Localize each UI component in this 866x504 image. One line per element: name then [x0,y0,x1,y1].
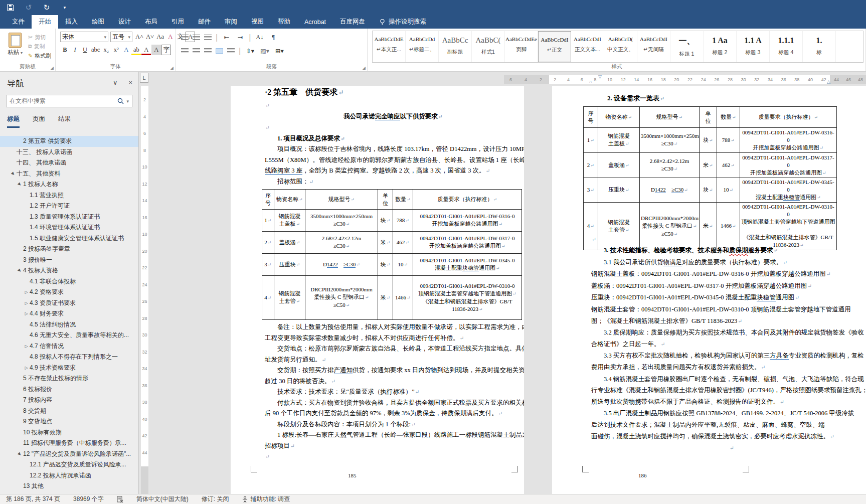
font-dialog-launcher-icon[interactable]: ◢ [170,66,174,70]
paragraph[interactable]: 1. 项目概况及总体要求↵ [265,133,522,144]
table-cell[interactable]: 2.68×2.42×2.12m≥C30↵ [305,232,378,254]
table-cell[interactable]: 3↵ [262,254,274,276]
nav-heading-item[interactable]: 十三、 投标人承诺函 [0,147,139,158]
table-cell[interactable]: 00942DT01-GI001-A01#EPL-DW-0310-0顶钢筋混凝土套… [413,276,522,320]
nav-options-chevron-icon[interactable]: ∨ [113,79,118,86]
style-item-标题2[interactable]: 1 Aa标题 2 [704,31,737,62]
table-cell[interactable]: 米↵ [378,276,393,320]
bullets-icon[interactable] [181,35,189,40]
nav-tab-标题[interactable]: 标题 [7,115,20,128]
paragraph[interactable]: 3.1 我公司承诺所供货物满足对应的质量要求（执行标准）要求。↵ [591,257,866,269]
ribbon-tab-百度网盘[interactable]: 百度网盘 [333,15,372,29]
language-status[interactable]: 简体中文(中国大陆) [136,495,189,503]
multilevel-list-icon[interactable] [204,35,212,40]
table-cell[interactable]: 3500mm×1000mm×250mm≥C30↵ [640,128,700,153]
first-line-indent-marker[interactable]: ▽ [598,74,602,79]
right-indent-marker[interactable]: △ [827,79,830,84]
paragraph[interactable]: 后达到技术文件要求；混凝土制品内外应平整,无裂痕、粘皮、麻面、蜂窝、空鼓、端 [591,419,866,431]
search-dropdown-icon[interactable]: ▾ [126,99,129,104]
grow-font-icon[interactable]: A˄ [134,32,144,42]
proofing-status[interactable] [117,496,123,502]
ribbon-tab-邮件[interactable]: 邮件 [191,15,218,29]
table-cell[interactable]: 米↵ [700,153,717,178]
style-item-正文文本[interactable]: AaBbCcDdI正文文本... [571,31,604,62]
table-cell[interactable]: 钢筋混凝土盖板↵ [274,210,305,232]
italic-icon[interactable]: I [70,45,80,55]
nav-tab-结果[interactable]: 结果 [58,115,71,128]
ribbon-tab-开始[interactable]: 开始 [32,15,58,29]
table-header-cell[interactable]: 物资名称↵ [598,107,640,128]
table-cell[interactable]: 788↵ [393,210,413,232]
paragraph[interactable]: 费用由卖方承担，若出现质量问题买方有权退货并索赔损失。↵ [591,362,866,374]
table-cell[interactable]: 米↵ [378,232,393,254]
copy-button[interactable]: ⧉复制 [28,43,45,50]
paste-caret-icon[interactable]: ▾ [21,51,23,55]
paragraph[interactable]: 行专业标准《混凝土和钢筋混凝土排水管用橡胶密封圈》(JC/T946)，严格按照图… [591,385,866,396]
style-item-中文正文、[interactable]: AaBbCcD(中文正文、 [604,31,637,62]
paragraph[interactable]: 1 标段:长春—石家庄天然气管道工程（长岭—张家口段）线路施工一标段钢筋混凝土制… [265,430,522,441]
tree-toggle-icon[interactable]: ▷ [23,366,30,370]
style-item-标题3[interactable]: 1.1 A标题 3 [737,31,770,62]
save-icon[interactable] [5,2,16,13]
ribbon-tab-帮助[interactable]: 帮助 [271,15,297,29]
font-name-combobox[interactable]: 宋体▾ [60,32,108,42]
nav-heading-item[interactable]: 6 投标报价 [0,384,139,395]
paragraph[interactable]: ·2 第五章 供货要求↵ [265,86,522,100]
nav-heading-item[interactable]: 5 不存在禁止投标的情形 [0,373,139,384]
paragraph[interactable]: 超过 30 日的将被否决。↵ [265,376,522,387]
nav-heading-item[interactable]: ▷4.7 信誉情况 [0,341,139,352]
borders-icon[interactable]: ⊞▾ [274,46,285,56]
style-item-本文正[interactable]: AaBbCcDdE↵本文正... [373,31,406,62]
tree-toggle-icon[interactable]: ▷ [23,344,30,349]
paragraph[interactable]: ↵ [265,122,522,133]
paragraph[interactable]: ↵ [591,234,866,245]
style-item-副标题[interactable]: AaBbCc副标题 [439,31,472,62]
distribute-icon[interactable] [227,48,235,54]
table-cell[interactable]: 1466↵ [393,276,413,320]
style-item-标题4[interactable]: 1.1.1标题 4 [770,31,803,62]
bold-icon[interactable]: B [60,45,70,55]
paragraph[interactable]: 付款方式：买方在物资到货并验收合格，且卖方提供全额国家正式税票及买方要求的相关材… [265,398,522,409]
table-header-cell[interactable]: 序号 [584,107,598,128]
table-header-cell[interactable]: 单位 [378,190,393,210]
table-cell[interactable]: 788↵ [717,128,740,153]
character-shading-icon[interactable]: A [151,45,161,55]
paragraph[interactable]: 所送每批次货物携带包括不限于产品合格证、检测报告的证明文件。↵ [591,396,866,408]
paragraph[interactable]: 3.4 钢筋混凝土套管用橡胶圈出厂时逐个检查，无有制裂、破损、气泡、大飞边等缺陷… [591,374,866,385]
nav-tab-页面[interactable]: 页面 [33,115,45,128]
ribbon-tab-绘图[interactable]: 绘图 [85,15,111,29]
paragraph[interactable]: 备注：以上数量为预估使用量，招标人对实际使用数量不做承诺，以实际工程需求为准，由… [265,322,522,333]
superscript-icon[interactable]: x² [111,45,121,55]
table-cell[interactable]: 4↵ [262,276,274,320]
nav-heading-item[interactable]: 十四、 其他承诺函 [0,157,139,169]
paragraph[interactable]: 面碰伤，混凝土浇筑时应搅拌均匀，确保混凝土浇筑密实，必要时应考虑水泥抗冻性。↵ [591,431,866,443]
table-cell[interactable]: 压重块↵ [598,178,640,203]
ribbon-tab-引用[interactable]: 引用 [164,15,191,29]
tree-toggle-icon[interactable]: ▷ [23,290,30,294]
paragraph[interactable]: 后 90 个工作日内支付至货款总金额的 97%，剩余 3%为质保金，待质保期满后… [265,408,522,419]
nav-heading-item[interactable]: ▷4.2 资格要求 [0,287,139,298]
table-cell[interactable]: D1422 ≥C30↵ [305,254,378,276]
sort-icon[interactable]: A↓ [255,32,264,43]
redo-icon[interactable]: ↻ [41,2,52,13]
nav-heading-item[interactable]: 3 报价唯一 [0,255,139,266]
paragraph[interactable]: 交货期：按照买方排产通知供货，按通知要求 xx 日内货物到达到现场，并及时提交相… [265,365,522,376]
style-item-标[interactable]: 1.标 [803,31,836,62]
goods-table[interactable]: 序号物资名称↵规格型号↵单位数量↵质量要求（执行标准）↵1↵钢筋混凝土盖板↵35… [262,189,522,320]
paragraph[interactable]: ↵ [265,451,522,462]
show-marks-icon[interactable]: ¶ [269,32,278,43]
table-cell[interactable]: 块↵ [700,178,717,203]
table-header-cell[interactable]: 规格型号↵ [305,190,378,210]
nav-heading-item[interactable]: 13 其他 [0,481,139,492]
nav-heading-item[interactable]: 9 交货地点 [0,416,139,427]
paragraph[interactable]: 钢筋混凝土盖板：00942DT01-GI001-A01#EPL-DW-0316-… [591,268,866,280]
table-cell[interactable]: 盖板涵↵ [598,153,640,178]
table-cell[interactable]: 2↵ [584,153,598,178]
table-header-cell[interactable]: 质量要求（执行标准）↵ [740,107,837,128]
tree-toggle-icon[interactable]: ▶ [10,170,18,178]
customize-qat-icon[interactable]: ▾ [59,2,70,13]
accessibility-status[interactable]: 辅助功能: 调查 [242,495,290,503]
paragraph[interactable]: 钢筋混凝土套管：00942DT01-GI001-A01#EPL-DW-0310-… [591,304,866,315]
table-cell[interactable]: 盖板涵↵ [274,232,305,254]
nav-heading-item[interactable]: 4.6 无重大安全、质量事故等相关的... [0,330,139,341]
